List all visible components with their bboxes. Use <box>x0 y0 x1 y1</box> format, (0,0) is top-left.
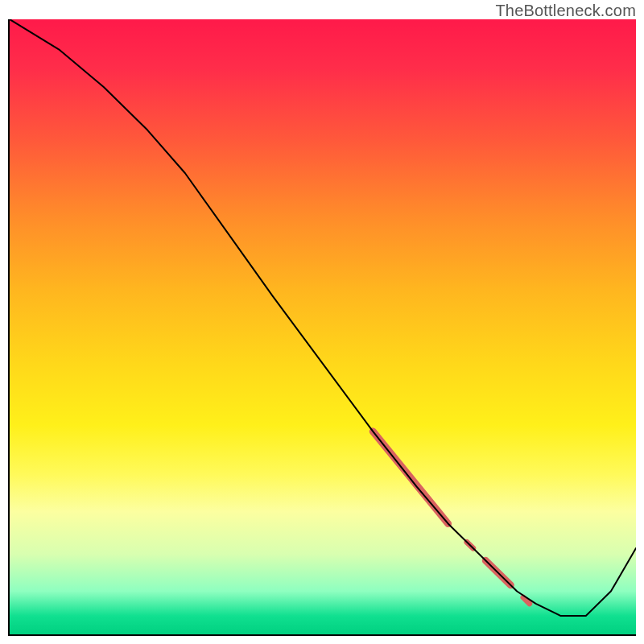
curve-svg <box>10 19 636 634</box>
plot-area <box>8 19 636 636</box>
bottleneck-curve-path <box>10 19 636 616</box>
watermark-text: TheBottleneck.com <box>495 2 636 20</box>
chart-container: TheBottleneck.com <box>0 0 644 644</box>
highlight-group <box>373 431 530 604</box>
